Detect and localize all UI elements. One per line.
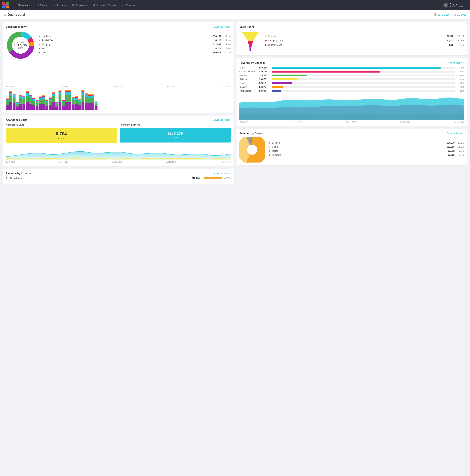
device-legend: Desktop $84,379 57.2% Mobile $52,620 35.… — [269, 142, 464, 158]
svg-rect-96 — [52, 92, 55, 93]
channel-value-display: $4,275 — [259, 86, 270, 88]
svg-rect-91 — [49, 98, 51, 98]
revenue-by-country-title: Revenue by Country — [6, 172, 31, 175]
device-label-desktop: Desktop — [272, 142, 445, 144]
svg-marker-163 — [248, 41, 253, 47]
svg-rect-78 — [42, 99, 45, 104]
svg-rect-43 — [19, 99, 22, 103]
channel-bar-wrap-paid-search — [272, 90, 455, 92]
channel-area-chart — [239, 94, 464, 120]
revenue-by-channel-advanced-report[interactable]: Advanced report › — [447, 62, 464, 64]
svg-rect-55 — [26, 92, 29, 93]
nav-item-products[interactable]: Products — [50, 0, 69, 10]
svg-point-6 — [16, 5, 16, 5]
forecast-icon — [122, 4, 124, 6]
revenue-by-device-card: Revenue by Device Advanced report › — [236, 129, 467, 166]
funnel-pct-carts: 11.8% — [456, 39, 464, 42]
sales-breakdown-header: Sales Breakdown Advanced report › — [6, 25, 231, 28]
svg-rect-116 — [65, 90, 68, 91]
svg-rect-148 — [88, 98, 91, 103]
funnel-stats: Sessions 92,876 100.0% Shopping Carts 10… — [265, 35, 464, 48]
svg-rect-140 — [82, 91, 84, 92]
nav-item-forecast-label: Forecast — [126, 4, 135, 7]
date-range[interactable]: 📅 Jul 1, 2018 — Jul 31, 2018 — [434, 13, 466, 16]
svg-rect-112 — [65, 102, 68, 110]
channel-email: Email $7,812 5.3% — [239, 82, 464, 85]
svg-rect-50 — [22, 96, 25, 97]
svg-rect-139 — [82, 92, 84, 95]
revenue-by-country-card: Revenue by Country Advanced report › 1. … — [3, 169, 234, 184]
ab-label-2: Jul 8, 2018 — [59, 161, 68, 163]
svg-rect-161 — [95, 102, 98, 102]
legend-label-shipping: Shipping — [42, 43, 212, 46]
chevron-right-icon-3: › — [463, 62, 464, 64]
funnel-stat-carts: Shopping Carts 10,923 11.8% — [265, 39, 464, 42]
svg-rect-59 — [29, 96, 32, 99]
legend-item-netprofit: Net Profit $50,252 34.1% — [39, 35, 231, 38]
funnel-content: Sessions 92,876 100.0% Shopping Carts 10… — [239, 31, 464, 52]
revenue-by-device-header: Revenue by Device Advanced report › — [239, 132, 464, 135]
channel-label-direct: Direct — [239, 67, 258, 69]
user-menu[interactable]: Ashley 3 stores selected ▾ — [443, 2, 468, 8]
svg-rect-82 — [45, 106, 48, 110]
svg-rect-42 — [19, 103, 22, 110]
svg-rect-66 — [32, 98, 35, 99]
nav-item-reports-label: Advanced Reports — [97, 4, 116, 7]
legend-value-netprofit: $50,252 — [213, 35, 221, 38]
svg-rect-32 — [13, 103, 16, 110]
ch-label-4: Jul 22, 2018 — [400, 121, 410, 123]
svg-rect-48 — [22, 99, 25, 104]
app-logo — [2, 2, 9, 8]
svg-rect-52 — [26, 102, 29, 110]
svg-rect-63 — [32, 101, 35, 105]
svg-rect-68 — [36, 102, 39, 106]
abandoned-carts-advanced-report[interactable]: Advanced report › — [213, 119, 231, 121]
abandoned-carts-header: Abandoned Carts Advanced report › — [6, 119, 231, 121]
nav-item-orders[interactable]: Orders — [33, 0, 50, 10]
svg-rect-71 — [36, 100, 39, 100]
device-pct-desktop: 57.2% — [457, 142, 464, 144]
ch-label-2: Jul 8, 2018 — [293, 121, 302, 123]
svg-point-15 — [122, 6, 123, 6]
country-pct-us: 48.7% — [224, 177, 231, 180]
legend-dot-paypal — [39, 40, 40, 41]
channel-organic: Organic Search $42,746 29.3% — [239, 70, 464, 73]
svg-rect-90 — [49, 98, 51, 99]
svg-rect-54 — [26, 93, 29, 96]
channel-value-referral: $9,876 — [259, 78, 270, 81]
nav-item-customers-label: Customers — [75, 4, 87, 7]
bar-label-1: Jul 2, 2018 — [6, 85, 15, 88]
device-pct-tablet: 5.3% — [457, 150, 464, 152]
svg-rect-160 — [95, 102, 98, 102]
svg-marker-162 — [242, 32, 259, 41]
svg-rect-24 — [6, 100, 9, 101]
nav-item-advanced-reports[interactable]: Advanced Reports — [90, 0, 119, 10]
revenue-by-device-advanced-report[interactable]: Advanced report › — [447, 132, 464, 135]
svg-rect-122 — [72, 104, 75, 110]
svg-rect-143 — [85, 97, 88, 103]
legend-pct-paypal: 4.2% — [224, 39, 231, 42]
revenue-by-country-header: Revenue by Country Advanced report › — [6, 172, 231, 175]
device-content: Desktop $84,379 57.2% Mobile $52,620 35.… — [239, 137, 464, 163]
device-label-tablet: Tablet — [272, 150, 446, 152]
revenue-by-country-advanced-report[interactable]: Advanced report › — [213, 172, 231, 175]
channel-bar-referral — [272, 78, 297, 80]
right-column: Sales Funnel Sessions 92,876 — [236, 22, 467, 184]
legend-pct-shipping: 14.9% — [224, 43, 231, 46]
legend-value-cost: $60,618 — [213, 51, 221, 54]
nav-item-dashboard[interactable]: Dashboard — [12, 0, 33, 10]
legend-pct-cost: 41.1% — [224, 51, 231, 54]
legend-dot-cost — [39, 52, 40, 53]
svg-rect-126 — [72, 97, 75, 98]
nav-item-forecast[interactable]: Forecast — [119, 0, 138, 10]
channel-value-paid-search: $3,390 — [259, 90, 270, 92]
nav-item-customers[interactable]: Customers — [69, 0, 90, 10]
svg-rect-158 — [95, 103, 98, 106]
channel-bar-organic — [272, 71, 380, 72]
svg-line-14 — [94, 5, 95, 6]
channel-list: Direct $67,804 45.8% Organic Search $42,… — [239, 67, 464, 92]
device-value-desktop: $84,379 — [447, 142, 454, 144]
svg-rect-57 — [29, 103, 32, 110]
sales-breakdown-advanced-report[interactable]: Advanced report › — [213, 26, 231, 28]
funnel-value-sessions: 92,876 — [447, 35, 453, 37]
